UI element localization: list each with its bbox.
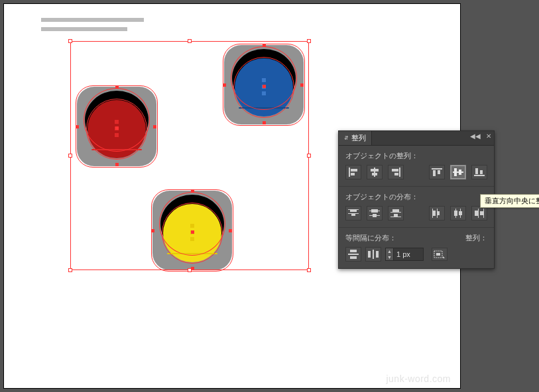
svg-rect-4 bbox=[371, 169, 379, 172]
placeholder-line bbox=[41, 27, 127, 31]
svg-rect-36 bbox=[454, 211, 457, 216]
svg-rect-20 bbox=[350, 210, 357, 212]
svg-rect-15 bbox=[474, 175, 485, 176]
space-h-icon bbox=[368, 250, 379, 259]
svg-rect-30 bbox=[432, 209, 433, 218]
svg-rect-13 bbox=[454, 168, 457, 176]
section-label-spacing: 等間隔に分布： bbox=[345, 233, 396, 243]
canvas-object-yellow[interactable] bbox=[152, 191, 232, 270]
svg-rect-2 bbox=[351, 173, 355, 175]
svg-rect-29 bbox=[394, 214, 398, 217]
dist-hright-icon bbox=[474, 209, 485, 218]
horizontal-distribute-center-button[interactable] bbox=[450, 206, 466, 220]
resize-handle[interactable] bbox=[188, 39, 192, 43]
horizontal-align-center-button[interactable] bbox=[367, 165, 383, 179]
tooltip: 垂直方向中央に整列 bbox=[480, 194, 539, 208]
resize-handle[interactable] bbox=[68, 39, 72, 43]
svg-rect-46 bbox=[376, 251, 379, 258]
resize-handle[interactable] bbox=[68, 154, 72, 158]
resize-handle[interactable] bbox=[307, 39, 311, 43]
svg-rect-31 bbox=[437, 209, 438, 218]
svg-rect-25 bbox=[373, 214, 377, 217]
svg-rect-21 bbox=[351, 214, 355, 216]
svg-rect-33 bbox=[438, 211, 440, 215]
svg-rect-27 bbox=[390, 217, 401, 217]
section-label-distribute: オブジェクトの分布： bbox=[345, 192, 487, 202]
horizontal-distribute-left-button[interactable] bbox=[429, 206, 445, 220]
vertical-distribute-space-button[interactable] bbox=[345, 247, 361, 262]
resize-handle[interactable] bbox=[307, 268, 311, 272]
svg-rect-28 bbox=[392, 209, 399, 212]
horizontal-align-right-button[interactable] bbox=[388, 165, 404, 179]
panel-tab-align[interactable]: ⇵ 整列 bbox=[339, 131, 372, 145]
svg-rect-6 bbox=[399, 168, 400, 177]
canvas-object-red[interactable] bbox=[77, 87, 156, 166]
svg-rect-47 bbox=[373, 250, 374, 259]
align-bottom-icon bbox=[474, 168, 485, 177]
svg-rect-42 bbox=[350, 250, 357, 252]
svg-rect-45 bbox=[368, 251, 371, 258]
spacing-stepper[interactable]: ▲ ▼ bbox=[386, 248, 394, 260]
canvas-object-blue[interactable] bbox=[224, 45, 304, 124]
svg-rect-41 bbox=[480, 211, 483, 215]
spacing-input[interactable] bbox=[394, 250, 423, 258]
horizontal-distribute-right-button[interactable] bbox=[471, 206, 487, 220]
watermark: junk-word.com bbox=[386, 373, 451, 384]
distribute-spacing-row: ▲ ▼ bbox=[345, 247, 487, 262]
svg-rect-7 bbox=[392, 169, 398, 172]
svg-rect-44 bbox=[348, 254, 359, 255]
stepper-down-button[interactable]: ▼ bbox=[386, 254, 393, 260]
svg-rect-5 bbox=[372, 173, 377, 175]
svg-rect-32 bbox=[433, 211, 436, 216]
align-to-flyout-button[interactable] bbox=[432, 248, 448, 261]
svg-rect-19 bbox=[348, 213, 359, 214]
svg-rect-9 bbox=[432, 168, 442, 170]
svg-rect-26 bbox=[390, 212, 401, 213]
stepper-up-button[interactable]: ▲ bbox=[386, 248, 393, 254]
section-label-align: オブジェクトの整列： bbox=[345, 151, 487, 161]
svg-rect-0 bbox=[349, 168, 350, 177]
space-v-icon bbox=[348, 250, 359, 259]
vertical-distribute-center-button[interactable] bbox=[367, 206, 383, 220]
vertical-distribute-top-button[interactable] bbox=[345, 206, 361, 220]
svg-rect-18 bbox=[348, 209, 359, 210]
align-top-icon bbox=[432, 168, 442, 177]
svg-rect-40 bbox=[475, 211, 478, 216]
chevron-down-icon: ⇵ bbox=[344, 135, 349, 141]
align-left-icon bbox=[348, 168, 359, 177]
panel-collapse-icon[interactable]: ◀◀ bbox=[470, 132, 481, 140]
align-right-icon bbox=[390, 168, 401, 177]
resize-handle[interactable] bbox=[68, 268, 72, 272]
vertical-align-bottom-button[interactable] bbox=[471, 165, 487, 179]
svg-rect-17 bbox=[480, 170, 483, 174]
align-hcenter-icon bbox=[369, 168, 380, 177]
align-to-selection-icon bbox=[434, 250, 446, 259]
svg-rect-14 bbox=[459, 170, 461, 175]
vertical-align-top-button[interactable] bbox=[429, 165, 445, 179]
spacing-value-field[interactable]: ▲ ▼ bbox=[385, 248, 424, 261]
panel-tabbar[interactable]: ⇵ 整列 ◀◀ ✕ bbox=[339, 131, 494, 146]
svg-rect-11 bbox=[438, 170, 440, 174]
dist-hcenter-icon bbox=[453, 209, 463, 218]
svg-rect-16 bbox=[475, 168, 478, 174]
dist-vtop-icon bbox=[348, 209, 359, 218]
dist-vbottom-icon bbox=[390, 209, 401, 218]
section-label-align-to: 整列： bbox=[465, 233, 487, 243]
svg-rect-8 bbox=[394, 173, 398, 175]
svg-rect-39 bbox=[483, 209, 484, 218]
align-panel[interactable]: ⇵ 整列 ◀◀ ✕ オブジェクトの整列： bbox=[338, 130, 495, 269]
svg-rect-49 bbox=[436, 253, 440, 256]
placeholder-line bbox=[41, 18, 144, 22]
panel-title: 整列 bbox=[351, 133, 366, 143]
vertical-distribute-bottom-button[interactable] bbox=[388, 206, 404, 220]
horizontal-distribute-space-button[interactable] bbox=[365, 247, 381, 262]
align-objects-row bbox=[345, 165, 487, 179]
vertical-align-center-button[interactable] bbox=[450, 165, 466, 179]
panel-close-icon[interactable]: ✕ bbox=[486, 132, 491, 140]
horizontal-align-left-button[interactable] bbox=[345, 165, 361, 179]
svg-rect-10 bbox=[433, 170, 436, 176]
svg-rect-38 bbox=[478, 209, 479, 218]
resize-handle[interactable] bbox=[307, 154, 311, 158]
dist-hleft-icon bbox=[432, 209, 442, 218]
svg-rect-43 bbox=[350, 256, 357, 259]
